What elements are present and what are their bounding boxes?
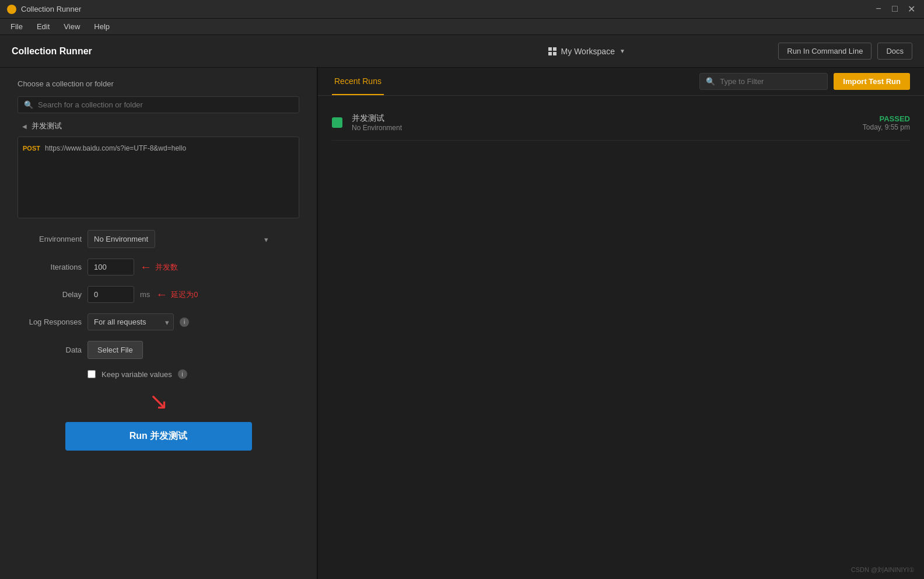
filter-bar: 🔍 Import Test Run bbox=[699, 73, 910, 90]
search-input[interactable] bbox=[38, 100, 293, 109]
import-test-run-button[interactable]: Import Test Run bbox=[834, 73, 910, 90]
search-box[interactable]: 🔍 bbox=[18, 96, 299, 113]
run-entry[interactable]: 并发测试 No Environment PASSED Today, 9:55 p… bbox=[332, 105, 910, 141]
log-responses-label: Log Responses bbox=[18, 318, 82, 326]
environment-label: Environment bbox=[18, 235, 82, 243]
environment-select-wrapper: No Environment bbox=[88, 230, 274, 248]
minimize-button[interactable]: − bbox=[873, 4, 884, 15]
watermark: CSDN @刘AININIYI① bbox=[851, 566, 915, 574]
iterations-arrow-icon: ← bbox=[140, 260, 152, 274]
request-url: https://www.baidu.com/s?ie=UTF-8&wd=hell… bbox=[45, 144, 186, 152]
menu-help[interactable]: Help bbox=[88, 21, 116, 32]
iterations-row: Iterations ← 并发数 bbox=[18, 259, 299, 275]
delay-unit: ms bbox=[140, 290, 150, 299]
run-arrow-icon: ↘ bbox=[149, 389, 169, 413]
title-bar: Collection Runner − □ ✕ bbox=[0, 0, 924, 19]
iterations-annotation: 并发数 bbox=[155, 262, 178, 273]
collection-name: 并发测试 bbox=[32, 121, 62, 131]
app-icon bbox=[7, 5, 16, 14]
keep-variable-row: Keep variable values i bbox=[18, 369, 299, 379]
left-panel: Choose a collection or folder 🔍 ◀ 并发测试 P… bbox=[0, 68, 318, 579]
run-name: 并发测试 bbox=[352, 113, 402, 124]
iterations-label: Iterations bbox=[18, 263, 82, 271]
keep-variable-checkbox[interactable] bbox=[88, 370, 96, 378]
menu-file[interactable]: File bbox=[5, 21, 29, 32]
menu-view[interactable]: View bbox=[58, 21, 86, 32]
main-layout: Choose a collection or folder 🔍 ◀ 并发测试 P… bbox=[0, 68, 924, 579]
search-icon: 🔍 bbox=[24, 100, 33, 109]
filter-input-wrapper: 🔍 bbox=[699, 73, 828, 90]
iterations-input[interactable] bbox=[88, 259, 134, 275]
tab-recent-runs[interactable]: Recent Runs bbox=[332, 68, 384, 95]
run-time: Today, 9:55 pm bbox=[863, 123, 910, 131]
app-title: Collection Runner bbox=[12, 46, 395, 57]
docs-button[interactable]: Docs bbox=[877, 43, 912, 60]
window-controls: − □ ✕ bbox=[873, 4, 917, 15]
environment-select[interactable]: No Environment bbox=[88, 230, 155, 248]
request-list: POST https://www.baidu.com/s?ie=UTF-8&wd… bbox=[18, 137, 299, 218]
log-responses-select-wrapper: For all requests For failed requests No … bbox=[88, 313, 174, 330]
data-row: Data Select File bbox=[18, 341, 299, 359]
menu-edit[interactable]: Edit bbox=[31, 21, 55, 32]
workspace-dropdown-arrow: ▼ bbox=[620, 48, 625, 54]
environment-row: Environment No Environment bbox=[18, 230, 299, 248]
run-arrow-wrapper: ↘ bbox=[18, 389, 299, 413]
data-label: Data bbox=[18, 346, 82, 354]
header-actions: Run In Command Line Docs bbox=[778, 43, 912, 60]
keep-variable-label: Keep variable values bbox=[102, 370, 172, 379]
section-title: Choose a collection or folder bbox=[18, 79, 299, 88]
run-list: 并发测试 No Environment PASSED Today, 9:55 p… bbox=[318, 96, 924, 150]
delay-row: Delay ms ← 延迟为0 bbox=[18, 286, 299, 303]
select-file-button[interactable]: Select File bbox=[88, 341, 143, 359]
run-info: 并发测试 No Environment bbox=[352, 113, 402, 132]
workspace-label: My Workspace bbox=[561, 47, 615, 56]
menu-bar: File Edit View Help bbox=[0, 19, 924, 35]
window-title: Collection Runner bbox=[21, 5, 873, 13]
request-item[interactable]: POST https://www.baidu.com/s?ie=UTF-8&wd… bbox=[23, 142, 294, 155]
delay-arrow-icon: ← bbox=[156, 288, 167, 301]
delay-annotation-group: ← 延迟为0 bbox=[156, 288, 198, 301]
run-button[interactable]: Run 并发测试 bbox=[65, 422, 252, 451]
workspace-selector[interactable]: My Workspace ▼ bbox=[395, 47, 778, 56]
maximize-button[interactable]: □ bbox=[889, 4, 901, 15]
run-status: PASSED bbox=[863, 114, 910, 123]
right-header: Recent Runs 🔍 Import Test Run bbox=[318, 68, 924, 96]
filter-input[interactable] bbox=[720, 77, 821, 86]
run-environment: No Environment bbox=[352, 124, 402, 132]
collection-item[interactable]: ◀ 并发测试 bbox=[18, 118, 299, 134]
iterations-annotation-group: ← 并发数 bbox=[140, 260, 178, 274]
collection-arrow-icon: ◀ bbox=[22, 123, 27, 130]
log-responses-select[interactable]: For all requests For failed requests No … bbox=[88, 313, 174, 330]
right-panel: Recent Runs 🔍 Import Test Run 并发测试 No En… bbox=[318, 68, 924, 579]
filter-search-icon: 🔍 bbox=[706, 77, 715, 86]
delay-input[interactable] bbox=[88, 286, 134, 303]
log-responses-info-icon[interactable]: i bbox=[180, 318, 189, 327]
run-command-line-button[interactable]: Run In Command Line bbox=[778, 43, 872, 60]
delay-annotation: 延迟为0 bbox=[171, 290, 198, 300]
log-responses-row: Log Responses For all requests For faile… bbox=[18, 313, 299, 330]
close-button[interactable]: ✕ bbox=[905, 4, 917, 15]
keep-variable-info-icon[interactable]: i bbox=[178, 369, 187, 379]
status-dot-passed bbox=[332, 117, 342, 128]
method-badge: POST bbox=[23, 145, 40, 152]
delay-label: Delay bbox=[18, 290, 82, 299]
run-status-block: PASSED Today, 9:55 pm bbox=[863, 114, 910, 131]
app-header: Collection Runner My Workspace ▼ Run In … bbox=[0, 35, 924, 68]
workspace-grid-icon bbox=[548, 47, 556, 55]
